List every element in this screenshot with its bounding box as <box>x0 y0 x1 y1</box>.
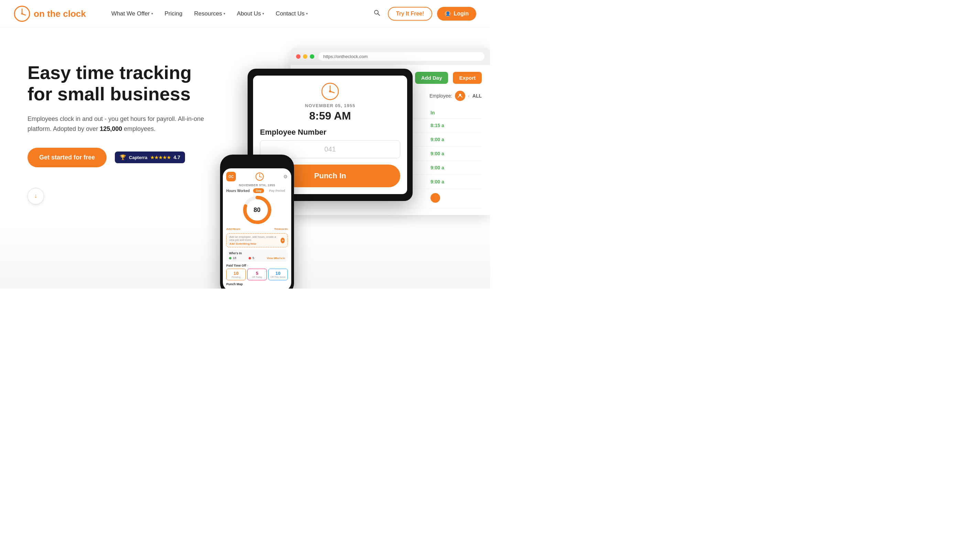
browser-traffic-lights <box>296 54 314 59</box>
pto-offtoday-label: Off Today <box>249 276 265 278</box>
search-button[interactable] <box>371 7 383 21</box>
phone-screen: OC ⚙ NOVEMBER 5TH, 1955 Hours Worked <box>223 168 291 288</box>
nav-item-about-us[interactable]: About Us ▾ <box>232 8 269 20</box>
employee-label: Employee: <box>430 93 452 98</box>
hours-worked-label: Hours Worked <box>226 189 250 193</box>
pto-pending-num: 10 <box>228 271 244 276</box>
pto-offweek-label: Off This Week <box>270 276 286 278</box>
phone-app-logo: OC <box>226 172 236 182</box>
phone-notch <box>245 159 269 166</box>
scroll-down-button[interactable]: ↓ <box>27 188 44 204</box>
tab-day[interactable]: Day <box>253 188 264 193</box>
clock-logo-icon <box>14 5 30 22</box>
navbar: on the clock What We Offer ▾ Pricing Res… <box>0 0 490 27</box>
row-in: 9:00 a <box>426 161 482 175</box>
tablet-emp-label: Employee Number <box>260 128 400 137</box>
whos-in-count: 18 <box>229 256 236 260</box>
dot-green <box>310 54 314 59</box>
view-whos-in-button[interactable]: View Who's In <box>267 257 285 260</box>
chevron-left-icon: ‹ <box>468 93 470 98</box>
whos-in-section: Who's In 18 5 View Who's In <box>226 250 288 262</box>
total-circle-indicator <box>430 193 440 203</box>
add-something-new[interactable]: Add an employee, add hours, create a new… <box>226 233 288 247</box>
svg-line-5 <box>378 14 380 16</box>
chevron-right-icon: › <box>247 264 248 267</box>
in-dot <box>229 257 231 259</box>
row-in: 9:00 a <box>426 133 482 147</box>
phone-mockup: OC ⚙ NOVEMBER 5TH, 1955 Hours Worked <box>220 155 294 288</box>
add-day-button[interactable]: Add Day <box>415 72 448 84</box>
chevron-down-icon: ▾ <box>151 12 153 15</box>
person-icon <box>457 93 463 98</box>
chevron-down-icon: ▾ <box>263 12 264 15</box>
add-new-label: Add Something New <box>229 242 281 245</box>
phone-header-row: OC ⚙ <box>226 172 288 182</box>
settings-icon: ⚙ <box>283 174 288 179</box>
clock-icon <box>321 82 339 100</box>
row-in: 9:00 a <box>426 147 482 161</box>
phone-actions-row: Add Hours Timecards <box>226 227 288 230</box>
nav-right: Try It Free! 👤 Login <box>371 7 476 21</box>
all-label: ALL <box>472 93 482 98</box>
pto-card-pending: 10 Pending <box>226 269 246 280</box>
phone-clock-icon <box>255 172 264 181</box>
logo[interactable]: on the clock <box>14 5 86 22</box>
svg-point-6 <box>459 94 461 96</box>
nav-item-what-we-offer[interactable]: What We Offer ▾ <box>107 8 158 20</box>
whos-out-count: 5 <box>249 256 254 260</box>
add-hours-button[interactable]: Add Hours <box>226 227 240 230</box>
hero-left: Easy time tracking for small business Em… <box>27 48 220 204</box>
pto-section: Paid Time Off › 10 Pending 5 Off Today <box>226 264 288 280</box>
capterra-rating: 4.7 <box>174 155 180 160</box>
tab-pay-period[interactable]: Pay Period <box>266 188 288 193</box>
nav-item-pricing[interactable]: Pricing <box>160 8 187 20</box>
whos-in-title: Who's In <box>229 252 285 255</box>
user-icon: 👤 <box>445 11 451 17</box>
phone-date: NOVEMBER 5TH, 1955 <box>226 183 288 187</box>
employee-avatar <box>455 91 465 101</box>
row-in: 9:00 a <box>426 175 482 189</box>
tablet-date: NOVEMBER 05, 1955 <box>260 103 400 108</box>
punch-map-title: Punch Map <box>226 282 288 286</box>
hero-cta-row: Get started for free 🏆 Capterra ★★★★★ 4.… <box>27 148 220 167</box>
nav-item-resources[interactable]: Resources ▾ <box>189 8 230 20</box>
capterra-label: Capterra <box>129 155 147 160</box>
timecards-button[interactable]: Timecards <box>274 227 288 230</box>
dot-yellow <box>303 54 308 59</box>
employee-selector[interactable]: Employee: ‹ ALL <box>430 91 482 101</box>
arrow-down-icon: ↓ <box>34 192 37 200</box>
browser-bar: https://ontheclock.com <box>291 48 490 65</box>
add-circle-icon: + <box>281 238 285 243</box>
pto-cards: 10 Pending 5 Off Today 10 Off This Week <box>226 269 288 280</box>
phone-hours-section: Hours Worked Day Pay Period 80 <box>226 188 288 225</box>
pto-offtoday-num: 5 <box>249 271 265 276</box>
donut-value: 80 <box>253 207 260 214</box>
col-in: In <box>426 107 482 118</box>
chevron-down-icon: ▾ <box>224 12 225 15</box>
pto-title: Paid Time Off › <box>226 264 288 267</box>
hero-right: https://ontheclock.com Timesheets Archiv… <box>220 48 476 288</box>
nav-links: What We Offer ▾ Pricing Resources ▾ Abou… <box>107 8 371 20</box>
logo-text-clock: clock <box>63 8 86 19</box>
row-in: 8:15 a <box>426 118 482 133</box>
hero-title: Easy time tracking for small business <box>27 62 220 105</box>
chevron-down-icon: ▾ <box>306 12 308 15</box>
login-button[interactable]: 👤 Login <box>437 7 476 21</box>
dot-red <box>296 54 301 59</box>
get-started-button[interactable]: Get started for free <box>27 148 107 167</box>
out-dot <box>249 257 251 259</box>
capterra-stars: ★★★★★ <box>150 155 171 160</box>
search-icon <box>373 9 380 16</box>
pto-offweek-num: 10 <box>270 271 286 276</box>
pto-pending-label: Pending <box>228 276 244 278</box>
try-free-button[interactable]: Try It Free! <box>388 7 433 21</box>
pto-card-off-week: 10 Off This Week <box>268 269 288 280</box>
add-new-text: Add an employee, add hours, create a new… <box>229 235 281 242</box>
hero-subtitle: Employees clock in and out - you get hou… <box>27 114 220 134</box>
nav-item-contact-us[interactable]: Contact Us ▾ <box>271 8 313 20</box>
export-button[interactable]: Export <box>453 72 482 84</box>
pto-card-off-today: 5 Off Today <box>247 269 267 280</box>
hero-section: Easy time tracking for small business Em… <box>0 27 490 288</box>
tablet-time: 8:59 AM <box>260 110 400 122</box>
tablet-clock-icon-wrapper <box>260 82 400 100</box>
